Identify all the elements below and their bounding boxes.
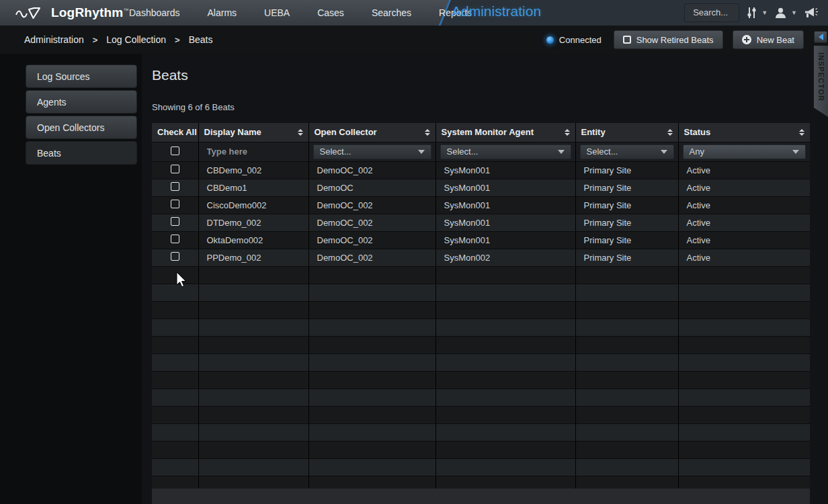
breadcrumb-bar: Administration > Log Collection > Beats … bbox=[0, 26, 828, 54]
navbar-right-controls: Search... ▼ ▼ bbox=[684, 0, 819, 26]
empty-cell bbox=[436, 458, 575, 476]
sliders-icon bbox=[746, 6, 757, 19]
empty-cell bbox=[436, 336, 575, 353]
empty-cell bbox=[436, 476, 575, 489]
nav-item-cases[interactable]: Cases bbox=[317, 7, 344, 18]
inspector-tab[interactable]: INSPECTOR bbox=[814, 46, 828, 117]
column-header-entity[interactable]: Entity bbox=[575, 123, 678, 142]
table-row[interactable]: DTDemo_002 DemoOC_002 SysMon001 Primary … bbox=[152, 214, 810, 231]
empty-cell bbox=[152, 371, 198, 388]
empty-cell bbox=[436, 371, 575, 388]
cell-display-name[interactable]: CBDemo_002 bbox=[198, 161, 308, 179]
empty-cell bbox=[575, 423, 678, 441]
row-checkbox[interactable] bbox=[171, 235, 179, 243]
row-checkbox[interactable] bbox=[171, 165, 179, 173]
empty-cell bbox=[152, 284, 198, 301]
breadcrumb-beats[interactable]: Beats bbox=[189, 34, 213, 45]
status-filter-dropdown[interactable]: Any bbox=[683, 144, 806, 159]
open-collector-filter-dropdown[interactable]: Select... bbox=[313, 144, 431, 159]
table-empty-row bbox=[152, 371, 810, 388]
table-empty-row bbox=[152, 458, 810, 476]
sidebar-item-agents[interactable]: Agents bbox=[26, 90, 137, 114]
row-checkbox[interactable] bbox=[171, 252, 179, 261]
column-header-system-monitor-agent[interactable]: System Monitor Agent bbox=[436, 123, 575, 142]
table-row[interactable]: PPDemo_002 DemoOC_002 SysMon002 Primary … bbox=[152, 249, 810, 266]
empty-cell bbox=[198, 353, 308, 371]
sort-icon[interactable] bbox=[667, 129, 673, 136]
row-checkbox-cell bbox=[152, 249, 198, 266]
empty-cell bbox=[308, 406, 436, 423]
row-checkbox[interactable] bbox=[171, 182, 179, 191]
cell-entity: Primary Site bbox=[575, 231, 678, 249]
cell-display-name[interactable]: DTDemo_002 bbox=[198, 214, 308, 231]
system-monitor-agent-filter-dropdown[interactable]: Select... bbox=[440, 144, 571, 159]
empty-cell bbox=[152, 336, 198, 353]
sort-icon[interactable] bbox=[298, 129, 303, 136]
empty-cell bbox=[308, 441, 436, 458]
nav-item-ueba[interactable]: UEBA bbox=[264, 7, 290, 18]
table-row[interactable]: CBDemo1 DemoOC SysMon001 Primary Site Ac… bbox=[152, 179, 810, 196]
breadcrumb: Administration > Log Collection > Beats bbox=[24, 34, 212, 45]
user-menu-button[interactable] bbox=[774, 7, 787, 19]
check-all-checkbox[interactable] bbox=[171, 146, 179, 155]
nav-item-alarms[interactable]: Alarms bbox=[208, 7, 237, 18]
row-checkbox[interactable] bbox=[171, 217, 179, 226]
breadcrumb-log-collection[interactable]: Log Collection bbox=[106, 34, 166, 45]
brand[interactable]: LogRhythm™ bbox=[15, 0, 129, 26]
empty-cell bbox=[575, 388, 678, 406]
connected-indicator-icon bbox=[546, 36, 554, 44]
column-header-open-collector[interactable]: Open Collector bbox=[308, 123, 436, 142]
cell-display-name[interactable]: CBDemo1 bbox=[198, 179, 308, 196]
table-row[interactable]: CiscoDemo002 DemoOC_002 SysMon001 Primar… bbox=[152, 196, 810, 214]
empty-cell bbox=[575, 301, 678, 319]
breadcrumb-administration[interactable]: Administration bbox=[24, 34, 84, 45]
nav-item-dashboards[interactable]: Dashboards bbox=[129, 7, 180, 18]
announcements-button[interactable] bbox=[804, 7, 819, 19]
sidebar-item-open-collectors[interactable]: Open Collectors bbox=[26, 116, 137, 139]
display-name-filter-input[interactable] bbox=[199, 142, 308, 161]
column-header-status[interactable]: Status bbox=[678, 123, 810, 142]
nav-item-searches[interactable]: Searches bbox=[372, 7, 411, 18]
entity-filter-dropdown[interactable]: Select... bbox=[580, 144, 674, 159]
empty-cell bbox=[152, 388, 198, 406]
chevron-down-icon bbox=[661, 150, 667, 154]
table-row[interactable]: OktaDemo002 DemoOC_002 SysMon001 Primary… bbox=[152, 231, 810, 249]
cell-display-name[interactable]: OktaDemo002 bbox=[198, 231, 308, 249]
cell-display-name[interactable]: CiscoDemo002 bbox=[198, 196, 308, 214]
settings-sliders-button[interactable] bbox=[746, 6, 757, 19]
empty-cell bbox=[152, 476, 198, 489]
column-label: Entity bbox=[581, 127, 606, 137]
table-row[interactable]: CBDemo_002 DemoOC_002 SysMon001 Primary … bbox=[152, 161, 810, 179]
cell-open-collector: DemoOC_002 bbox=[308, 161, 436, 179]
column-header-display-name[interactable]: Display Name bbox=[198, 123, 308, 142]
sidebar-item-beats[interactable]: Beats bbox=[26, 141, 137, 165]
chevron-down-icon[interactable]: ▼ bbox=[761, 9, 768, 16]
empty-cell bbox=[436, 423, 575, 441]
cell-entity: Primary Site bbox=[575, 214, 678, 231]
show-retired-beats-button[interactable]: Show Retired Beats bbox=[614, 30, 723, 49]
open-collector-filter-cell: Select... bbox=[308, 142, 436, 161]
table-empty-row bbox=[152, 423, 810, 441]
sort-icon[interactable] bbox=[565, 129, 570, 136]
sidebar-item-log-sources[interactable]: Log Sources bbox=[26, 65, 137, 88]
column-header-check-all[interactable]: Check All bbox=[152, 123, 198, 142]
row-checkbox[interactable] bbox=[171, 200, 179, 208]
empty-cell bbox=[198, 458, 308, 476]
connection-status: Connected bbox=[546, 35, 602, 45]
chevron-down-icon[interactable]: ▼ bbox=[791, 9, 797, 16]
sort-icon[interactable] bbox=[799, 129, 804, 136]
empty-cell bbox=[678, 458, 810, 476]
sort-icon[interactable] bbox=[425, 129, 430, 136]
cell-display-name[interactable]: PPDemo_002 bbox=[198, 249, 308, 266]
chevron-down-icon bbox=[418, 150, 425, 154]
table-empty-row bbox=[152, 441, 810, 458]
search-button[interactable]: Search... bbox=[684, 3, 739, 22]
new-beat-button[interactable]: New Beat bbox=[733, 30, 804, 49]
inspector-expand-button[interactable] bbox=[814, 31, 827, 43]
column-label: Display Name bbox=[204, 127, 261, 137]
cell-status: Active bbox=[678, 249, 810, 266]
nav-item-administration-active[interactable]: Administration bbox=[452, 3, 541, 19]
empty-cell bbox=[436, 319, 575, 336]
empty-cell bbox=[198, 301, 308, 319]
inspector-panel-tab: INSPECTOR bbox=[813, 31, 828, 117]
